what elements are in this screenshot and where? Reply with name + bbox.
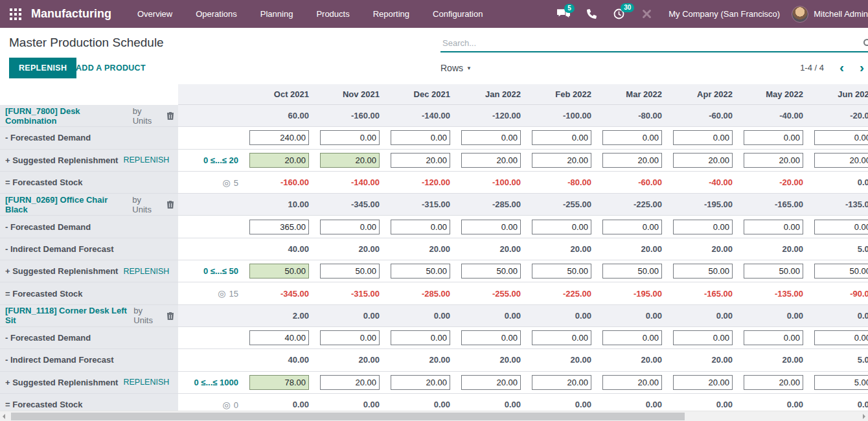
replenishment-input[interactable]	[461, 153, 521, 168]
apps-menu-icon[interactable]	[8, 6, 23, 22]
row-replenish-link[interactable]: REPLENISH	[123, 378, 169, 387]
crossed-tools-icon	[641, 8, 652, 19]
replenishment-range-link[interactable]: 0 ≤...≤ 1000	[194, 378, 238, 387]
demand-input[interactable]	[532, 330, 591, 345]
replenishment-input[interactable]	[391, 264, 450, 279]
demand-input[interactable]	[673, 130, 733, 145]
search-input[interactable]	[440, 34, 851, 48]
phone-icon[interactable]	[587, 9, 597, 19]
trash-icon[interactable]	[166, 312, 174, 320]
replenishment-input[interactable]	[320, 375, 380, 390]
replenishment-input[interactable]	[320, 153, 380, 168]
replenishment-input[interactable]	[249, 375, 309, 390]
replenishment-input-cell	[387, 372, 458, 393]
trash-icon[interactable]	[166, 200, 174, 209]
replenishment-range-link[interactable]: 0 ≤...≤ 50	[203, 266, 238, 276]
replenishment-input[interactable]	[461, 375, 521, 390]
demand-input[interactable]	[391, 330, 450, 345]
demand-input[interactable]	[320, 130, 380, 145]
demand-input[interactable]	[461, 130, 521, 145]
demand-input-cell	[811, 127, 868, 148]
horizontal-scrollbar[interactable]	[0, 411, 868, 421]
demand-input[interactable]	[744, 220, 803, 234]
scroll-right-arrow-icon[interactable]	[863, 414, 865, 419]
demand-input[interactable]	[391, 220, 450, 234]
replenishment-input[interactable]	[814, 153, 868, 168]
demand-input[interactable]	[249, 130, 309, 145]
add-a-product-button[interactable]: ADD A PRODUCT	[76, 63, 146, 73]
user-name[interactable]: Mitchell Admin	[814, 9, 868, 19]
replenishment-input[interactable]	[391, 375, 450, 390]
replenishment-input[interactable]	[814, 264, 868, 279]
replenishment-input[interactable]	[744, 375, 803, 390]
demand-input[interactable]	[249, 220, 309, 234]
demand-input[interactable]	[461, 220, 521, 234]
replenishment-input[interactable]	[814, 375, 868, 390]
replenishment-input[interactable]	[673, 264, 733, 279]
demand-input[interactable]	[602, 130, 662, 145]
menu-item-operations[interactable]: Operations	[196, 9, 237, 19]
row-replenish-link[interactable]: REPLENISH	[123, 267, 169, 276]
product-total-value: -80.00	[599, 105, 670, 126]
replenishment-input[interactable]	[532, 153, 591, 168]
replenishment-range-link[interactable]: 0 ≤...≤ 20	[203, 155, 238, 165]
demand-input[interactable]	[814, 130, 868, 145]
demand-input[interactable]	[814, 220, 868, 234]
demand-input[interactable]	[391, 130, 450, 145]
replenishment-input[interactable]	[320, 264, 380, 279]
replenishment-input[interactable]	[249, 264, 309, 279]
scrollbar-thumb[interactable]	[11, 413, 685, 420]
messages-icon[interactable]: 5	[557, 9, 570, 19]
replenishment-input[interactable]	[391, 153, 450, 168]
product-total-value: -195.00	[670, 194, 740, 215]
row-replenish-link[interactable]: REPLENISH	[123, 155, 169, 165]
replenishment-input[interactable]	[744, 264, 803, 279]
developer-tools-icon[interactable]	[641, 8, 652, 19]
search-icon[interactable]	[863, 39, 868, 46]
menu-item-planning[interactable]: Planning	[260, 9, 293, 19]
demand-input[interactable]	[602, 330, 662, 345]
demand-input[interactable]	[461, 330, 521, 345]
replenishment-input[interactable]	[744, 153, 803, 168]
product-link[interactable]: [FURN_1118] Corner Desk Left Sit	[5, 306, 130, 325]
product-total-value: 0.00	[599, 305, 670, 326]
replenishment-input[interactable]	[602, 264, 662, 279]
demand-input[interactable]	[320, 330, 380, 345]
activities-icon[interactable]: 30	[613, 8, 624, 19]
demand-input[interactable]	[673, 330, 733, 345]
product-link[interactable]: [FURN_0269] Office Chair Black	[5, 195, 129, 214]
rows-dropdown[interactable]: Rows▼	[440, 63, 472, 73]
app-name[interactable]: Manufacturing	[31, 7, 111, 21]
menu-item-reporting[interactable]: Reporting	[373, 9, 409, 19]
replenishment-input[interactable]	[602, 375, 662, 390]
demand-input[interactable]	[532, 220, 591, 234]
scroll-left-arrow-icon[interactable]	[3, 414, 5, 419]
replenishment-input[interactable]	[673, 375, 733, 390]
demand-input[interactable]	[744, 330, 803, 345]
demand-input[interactable]	[744, 130, 803, 145]
trash-icon[interactable]	[166, 111, 174, 120]
demand-input[interactable]	[814, 330, 868, 345]
demand-input[interactable]	[602, 220, 662, 234]
replenishment-input[interactable]	[532, 375, 591, 390]
company-switcher[interactable]: My Company (San Francisco)	[668, 9, 780, 19]
demand-input[interactable]	[249, 330, 309, 345]
menu-item-configuration[interactable]: Configuration	[433, 9, 483, 19]
user-avatar[interactable]	[792, 6, 808, 23]
demand-input[interactable]	[532, 130, 591, 145]
page-title: Master Production Schedule	[9, 36, 164, 50]
pager-previous-icon[interactable]: ‹	[839, 62, 844, 73]
product-link[interactable]: [FURN_7800] Desk Combination	[5, 106, 130, 126]
replenish-button[interactable]: REPLENISH	[9, 58, 76, 78]
pager-next-icon[interactable]: ›	[860, 62, 864, 73]
replenishment-input[interactable]	[602, 153, 662, 168]
demand-input[interactable]	[320, 220, 380, 234]
replenishment-input[interactable]	[461, 264, 521, 279]
replenishment-input[interactable]	[532, 264, 591, 279]
demand-input[interactable]	[673, 220, 733, 234]
replenishment-input[interactable]	[673, 153, 733, 168]
menu-item-overview[interactable]: Overview	[137, 9, 172, 19]
menu-item-products[interactable]: Products	[316, 9, 349, 19]
indirect-demand-value: 20.00	[529, 349, 599, 370]
replenishment-input[interactable]	[249, 153, 309, 168]
